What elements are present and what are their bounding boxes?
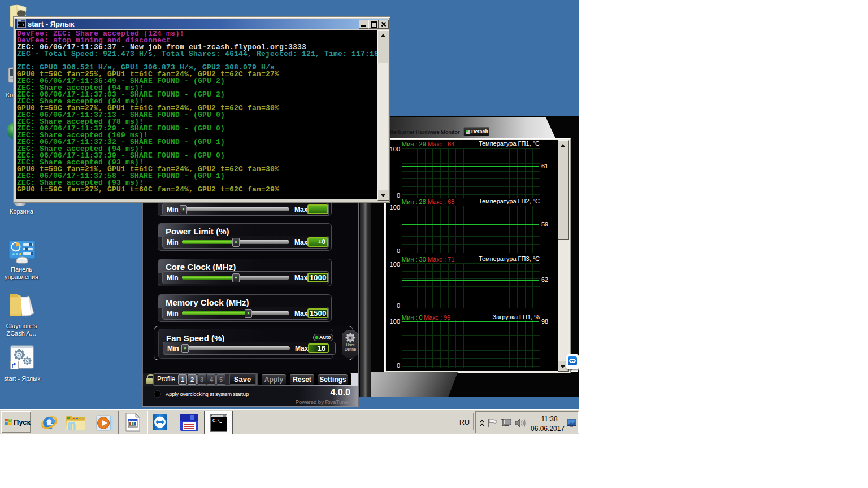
svg-text:c:\: c:\ — [18, 23, 24, 27]
